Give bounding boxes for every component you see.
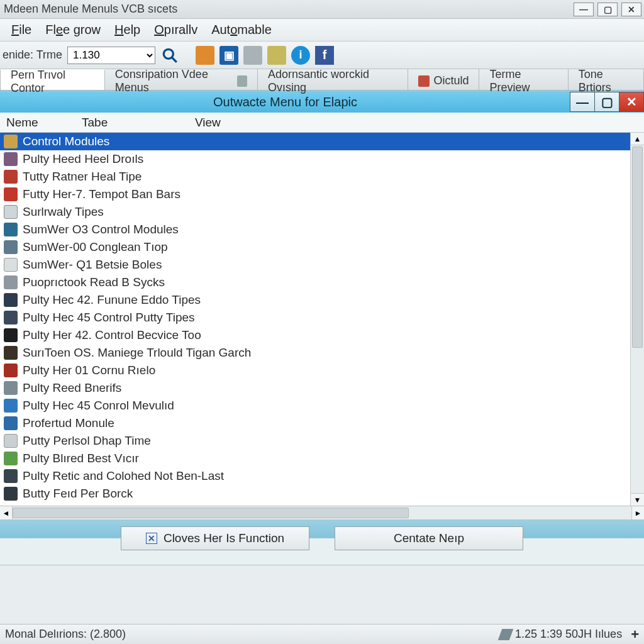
child-window: Outwacte Menu for Elapic — ▢ ✕ Neme Tabe… xyxy=(0,91,644,565)
centate-neip-button[interactable]: Centate Neıp xyxy=(335,526,523,550)
list-item[interactable]: Butty Feıd Per Borck xyxy=(0,485,630,502)
tabstrip: Pern Trıvol Contor Consripation Vdee Men… xyxy=(0,69,644,91)
tab-consripation[interactable]: Consripation Vdee Menus xyxy=(105,69,258,90)
row-icon xyxy=(4,170,18,184)
scroll-thumb[interactable] xyxy=(632,147,643,348)
row-label: Pulty Retic and Colohed Not Ben-Last xyxy=(23,469,224,483)
menu-file[interactable]: File xyxy=(11,23,31,37)
child-maximize-button[interactable]: ▢ xyxy=(594,92,619,112)
row-icon xyxy=(4,346,18,360)
row-label: SumWer O3 Control Modules xyxy=(23,223,179,236)
list-item[interactable]: SumWer O3 Control Modules xyxy=(0,221,630,238)
row-icon xyxy=(4,187,18,201)
list-item[interactable]: Pulty Heed Heel Droıls xyxy=(0,150,630,168)
menu-help[interactable]: Help xyxy=(114,23,140,37)
row-icon xyxy=(4,135,18,148)
status-plus-button[interactable]: + xyxy=(631,626,639,643)
list-item[interactable]: Pulty Her 42. Control Becvice Too xyxy=(0,326,630,344)
list-item[interactable]: Putty Perlsol Dhap Time xyxy=(0,432,630,450)
row-icon xyxy=(4,434,18,448)
version-label: enide: Trme xyxy=(3,48,62,62)
row-icon xyxy=(4,416,18,430)
tab-oictuld[interactable]: Oictuld xyxy=(408,69,479,90)
toolbar: enide: Trme 1.130 ▣ i f xyxy=(0,42,644,69)
row-label: Control Modules xyxy=(23,135,109,148)
list-item[interactable]: Futty Her-7. Tempot Ban Bars xyxy=(0,186,630,203)
tab-mini-icon xyxy=(418,75,430,87)
toolbar-icon-1[interactable] xyxy=(196,46,214,65)
list-item[interactable]: Pulty Hec 45 Control Putty Tipes xyxy=(0,309,630,326)
list-item[interactable]: SurıToen OS. Maniege Trlould Tigan Garch xyxy=(0,344,630,362)
row-label: Futty Her-7. Tempot Ban Bars xyxy=(23,187,180,201)
menu-automable[interactable]: Automable xyxy=(211,23,272,37)
menu-flee-grow[interactable]: Flee grow xyxy=(45,23,101,37)
list-item[interactable]: Tutty Ratner Heal Tipe xyxy=(0,168,630,186)
scroll-right-icon[interactable]: ► xyxy=(631,506,644,519)
column-headers: Neme Tabe View xyxy=(0,113,644,133)
tab-label: Terme Preview xyxy=(489,68,557,94)
list-item[interactable]: Pulty Her 01 Cornu Rıelo xyxy=(0,362,630,379)
list-item[interactable]: Surlrwaly Tipes xyxy=(0,203,630,221)
list-item[interactable]: Control Modules xyxy=(0,133,630,150)
list-item[interactable]: Puoprıctook Read B Sycks xyxy=(0,274,630,291)
row-label: Profertud Monule xyxy=(23,416,114,430)
list-item[interactable]: Pulty Retic and Colohed Not Ben-Last xyxy=(0,467,630,485)
toolbar-icon-folder[interactable] xyxy=(243,46,262,65)
row-label: Pulty Hec 45 Conrol Mevulıd xyxy=(23,399,174,413)
scroll-down-icon[interactable]: ▼ xyxy=(631,493,644,506)
horizontal-scrollbar[interactable]: ◄ ► xyxy=(0,506,644,520)
list-item[interactable]: Pulty Blıred Best Vıcır xyxy=(0,450,630,467)
col-name[interactable]: Neme xyxy=(6,116,57,130)
close-button[interactable]: ✕ xyxy=(621,3,641,16)
maximize-button[interactable]: ▢ xyxy=(597,3,618,16)
row-icon xyxy=(4,311,18,325)
row-label: Pulty Hec 42. Funune Eddo Tipes xyxy=(23,293,201,307)
col-tabe[interactable]: Tabe xyxy=(82,116,170,130)
status-icon xyxy=(498,629,514,640)
toolbar-icon-4[interactable] xyxy=(267,46,286,65)
row-label: Pulty Her 01 Cornu Rıelo xyxy=(23,364,155,377)
tab-label: Consripation Vdee Menus xyxy=(115,68,233,94)
minimize-button[interactable]: — xyxy=(574,3,594,16)
row-icon xyxy=(4,223,18,236)
window-controls: — ▢ ✕ xyxy=(574,3,641,16)
row-icon xyxy=(4,205,18,219)
menu-opirallv[interactable]: Opırallv xyxy=(154,23,197,37)
row-label: Pulty Heed Heel Droıls xyxy=(23,152,143,166)
status-right: 1.25 1:39 50JH Iılues xyxy=(515,628,622,641)
list-item[interactable]: Pulty Hec 42. Funune Eddo Tipes xyxy=(0,291,630,309)
list-item[interactable]: Pulty Hec 45 Conrol Mevulıd xyxy=(0,397,630,414)
list-item[interactable]: Profertud Monule xyxy=(0,414,630,432)
svg-line-1 xyxy=(172,57,177,62)
toolbar-icon-save[interactable]: ▣ xyxy=(219,46,238,65)
cloves-function-button[interactable]: ✕ Cloves Her Is Function xyxy=(121,526,309,550)
statusbar: Monal Delırions: (2.800) 1.25 1:39 50JH … xyxy=(0,624,644,644)
vertical-scrollbar[interactable]: ▲ ▼ xyxy=(630,133,644,506)
button-bar: ✕ Cloves Her Is Function Centate Neıp xyxy=(0,520,644,565)
list-item[interactable]: SumWer-00 Conglean Tıop xyxy=(0,238,630,256)
tab-pern-trivol[interactable]: Pern Trıvol Contor xyxy=(0,69,105,90)
child-close-button[interactable]: ✕ xyxy=(619,92,644,112)
scroll-up-icon[interactable]: ▲ xyxy=(631,133,644,145)
tab-terme-preview[interactable]: Terme Preview xyxy=(479,69,568,90)
child-minimize-button[interactable]: — xyxy=(570,92,595,112)
version-select[interactable]: 1.130 xyxy=(67,47,155,64)
row-label: SurıToen OS. Maniege Trlould Tigan Garch xyxy=(23,346,251,360)
tab-adornsantic[interactable]: Adornsantic worckid Ovısing xyxy=(258,69,408,90)
search-icon[interactable] xyxy=(160,46,179,65)
facebook-icon[interactable]: f xyxy=(315,46,334,65)
col-view[interactable]: View xyxy=(195,116,221,130)
tab-label: Tone Brtiors xyxy=(579,68,633,94)
list-item[interactable]: Pulty Reed Bnerifs xyxy=(0,379,630,397)
row-label: Pulty Blıred Best Vıcır xyxy=(23,452,139,465)
row-label: Pulty Her 42. Control Becvice Too xyxy=(23,328,201,342)
info-icon[interactable]: i xyxy=(291,46,310,65)
hscroll-track[interactable] xyxy=(13,506,631,519)
scroll-left-icon[interactable]: ◄ xyxy=(0,506,13,519)
list-item[interactable]: SumWer- Q1 Betsie Boles xyxy=(0,256,630,274)
row-label: Pulty Hec 45 Control Putty Tipes xyxy=(23,311,195,325)
row-icon xyxy=(4,152,18,166)
tab-tone-brtiors[interactable]: Tone Brtiors xyxy=(569,69,644,90)
hscroll-thumb[interactable] xyxy=(13,508,409,518)
row-icon xyxy=(4,293,18,307)
